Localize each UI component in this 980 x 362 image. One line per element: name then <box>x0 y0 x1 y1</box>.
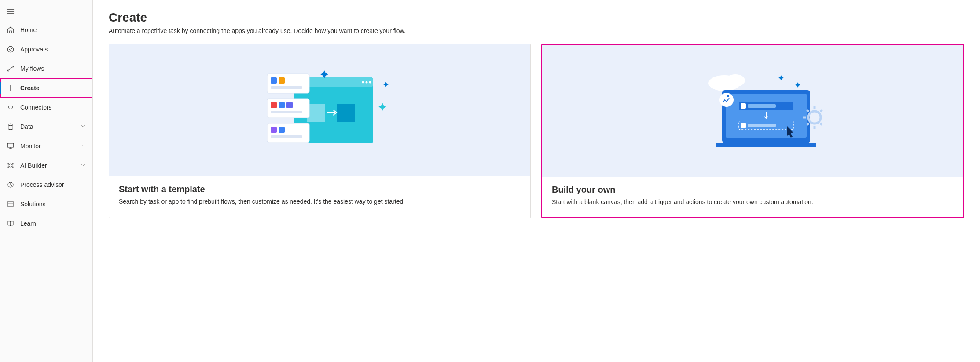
sidebar-item-processadvisor[interactable]: Process advisor <box>0 175 92 194</box>
hamburger-icon <box>6 7 15 16</box>
svg-rect-27 <box>271 111 302 113</box>
svg-rect-29 <box>271 127 277 133</box>
sidebar-item-solutions[interactable]: Solutions <box>0 194 92 214</box>
svg-rect-25 <box>279 102 285 108</box>
chevron-down-icon <box>80 162 86 169</box>
sidebar-item-approvals[interactable]: Approvals <box>0 40 92 59</box>
svg-rect-31 <box>271 135 302 138</box>
svg-point-3 <box>8 124 13 126</box>
home-icon <box>6 26 15 34</box>
sidebar-item-label: Monitor <box>20 143 75 150</box>
hamburger-menu-button[interactable] <box>0 3 92 20</box>
svg-rect-39 <box>748 104 776 108</box>
svg-point-15 <box>365 81 367 84</box>
svg-point-0 <box>7 46 14 52</box>
sidebar-item-label: Learn <box>20 220 86 227</box>
sidebar-item-connectors[interactable]: Connectors <box>0 98 92 117</box>
sidebar-item-monitor[interactable]: Monitor <box>0 136 92 156</box>
svg-point-2 <box>12 66 14 67</box>
solutions-icon <box>6 200 15 208</box>
svg-rect-21 <box>279 77 285 84</box>
sidebar-item-label: Connectors <box>20 104 86 111</box>
sidebar-item-myflows[interactable]: My flows <box>0 59 92 78</box>
page-subtitle: Automate a repetitive task by connecting… <box>109 27 964 34</box>
card-description: Search by task or app to find prebuilt f… <box>119 197 521 206</box>
book-icon <box>6 219 15 228</box>
chevron-down-icon <box>80 143 86 150</box>
svg-point-6 <box>8 163 9 164</box>
sidebar-item-label: Solutions <box>20 201 86 208</box>
svg-rect-22 <box>271 86 302 89</box>
chevron-down-icon <box>80 123 86 131</box>
svg-rect-4 <box>7 143 14 147</box>
svg-point-16 <box>369 81 371 84</box>
sidebar: Home Approvals My flows Create Connector <box>0 0 93 362</box>
card-title: Build your own <box>552 185 954 195</box>
svg-point-1 <box>7 70 9 71</box>
sidebar-item-label: Data <box>20 123 75 130</box>
data-icon <box>6 122 15 131</box>
sidebar-item-data[interactable]: Data <box>0 117 92 136</box>
svg-rect-11 <box>8 201 13 207</box>
svg-rect-45 <box>727 95 729 97</box>
card-build-your-own[interactable]: Build your own Start with a blank canvas… <box>541 44 964 218</box>
template-illustration <box>109 44 530 176</box>
svg-rect-30 <box>279 127 285 133</box>
sidebar-item-label: My flows <box>20 65 86 72</box>
monitor-icon <box>6 142 15 150</box>
sidebar-item-learn[interactable]: Learn <box>0 214 92 233</box>
svg-point-7 <box>12 163 13 164</box>
svg-rect-18 <box>337 104 355 122</box>
flow-icon <box>6 64 15 73</box>
ai-icon <box>6 161 15 170</box>
svg-point-44 <box>719 93 734 107</box>
sidebar-item-label: AI Builder <box>20 162 75 169</box>
svg-rect-24 <box>271 102 277 108</box>
svg-rect-20 <box>271 77 277 84</box>
sidebar-item-create[interactable]: Create <box>0 78 92 98</box>
svg-point-14 <box>362 81 364 84</box>
create-option-cards: Start with a template Search by task or … <box>109 44 964 218</box>
svg-rect-36 <box>716 143 816 147</box>
connectors-icon <box>6 103 15 112</box>
card-title: Start with a template <box>119 184 521 194</box>
sidebar-item-label: Process advisor <box>20 181 86 188</box>
svg-rect-38 <box>741 103 746 109</box>
card-description: Start with a blank canvas, then add a tr… <box>552 197 954 207</box>
sidebar-item-home[interactable]: Home <box>0 20 92 40</box>
svg-point-5 <box>9 164 12 167</box>
svg-point-8 <box>8 167 9 168</box>
approvals-icon <box>6 45 15 54</box>
plus-icon <box>6 84 15 92</box>
svg-rect-26 <box>286 102 293 108</box>
svg-point-43 <box>808 111 821 124</box>
sidebar-item-aibuilder[interactable]: AI Builder <box>0 156 92 175</box>
sidebar-item-label: Create <box>20 84 86 91</box>
main-content: Create Automate a repetitive task by con… <box>93 0 980 362</box>
svg-rect-42 <box>748 124 776 127</box>
page-title: Create <box>109 11 964 25</box>
svg-point-33 <box>726 74 745 87</box>
build-illustration <box>542 45 963 177</box>
svg-rect-41 <box>741 123 746 128</box>
card-start-with-template[interactable]: Start with a template Search by task or … <box>109 44 531 218</box>
sidebar-item-label: Home <box>20 26 86 33</box>
sidebar-item-label: Approvals <box>20 46 86 53</box>
svg-point-9 <box>12 167 13 168</box>
process-icon <box>6 180 15 189</box>
